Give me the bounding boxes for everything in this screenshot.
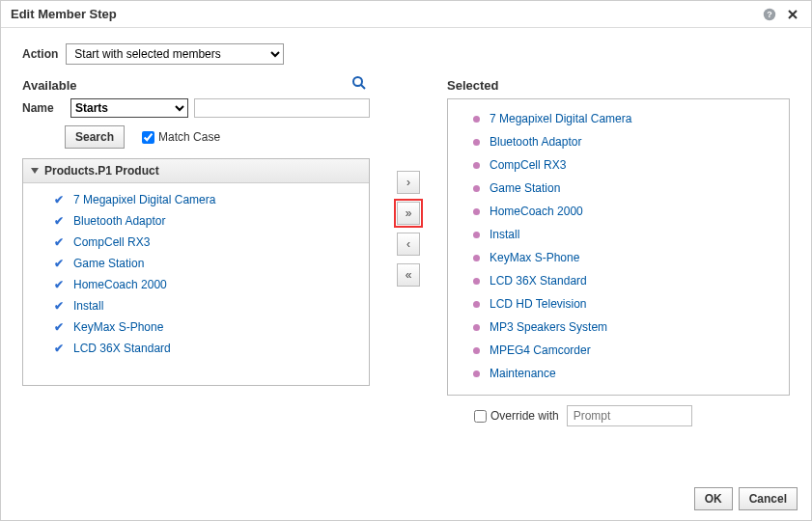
selected-item-label: Maintenance [490, 367, 556, 380]
edit-member-step-dialog: Edit Member Step ? Action Start with sel… [0, 0, 812, 521]
bullet-icon [473, 347, 480, 354]
selected-title: Selected [447, 78, 790, 93]
tree-item-label: CompCell RX3 [73, 235, 150, 249]
selected-item-label: Bluetooth Adaptor [490, 135, 581, 149]
selected-item[interactable]: LCD HD Television [458, 292, 779, 315]
action-row: Action Start with selected members [22, 43, 790, 65]
tree-body[interactable]: ✔7 Megapixel Digital Camera✔Bluetooth Ad… [23, 183, 369, 382]
tree-item[interactable]: ✔KeyMax S-Phone [27, 316, 365, 338]
available-title: Available [22, 78, 370, 93]
name-row: Name Starts [22, 98, 370, 118]
selected-item[interactable]: Maintenance [458, 362, 779, 385]
tree-item-label: Game Station [73, 257, 144, 270]
tree-item[interactable]: ✔LCD 36X Standard [27, 338, 365, 359]
tree-item-label: Install [73, 299, 103, 313]
check-icon: ✔ [54, 320, 66, 334]
match-case-input[interactable] [142, 131, 154, 144]
dialog-title: Edit Member Step [11, 7, 755, 21]
help-icon[interactable]: ? [761, 6, 778, 23]
ok-button[interactable]: OK [694, 487, 733, 510]
cancel-button[interactable]: Cancel [739, 487, 798, 510]
selected-item[interactable]: Game Station [458, 177, 779, 200]
check-icon: ✔ [54, 214, 66, 228]
selected-item[interactable]: Install [458, 223, 779, 246]
transfer-column: › » ‹ « [389, 78, 428, 287]
selected-item[interactable]: Bluetooth Adaptor [458, 130, 779, 153]
tree-item-label: Bluetooth Adaptor [73, 214, 165, 228]
selected-item-label: CompCell RX3 [490, 158, 566, 172]
available-tree: Products.P1 Product ✔7 Megapixel Digital… [22, 158, 370, 386]
selected-item-label: Game Station [490, 181, 560, 195]
dialog-footer: OK Cancel [694, 487, 798, 510]
selected-list[interactable]: 7 Megapixel Digital CameraBluetooth Adap… [447, 98, 790, 396]
selected-item-label: KeyMax S-Phone [490, 251, 579, 264]
tree-item[interactable]: ✔Game Station [27, 253, 365, 274]
selected-item-label: MP3 Speakers System [490, 320, 607, 334]
selected-item[interactable]: KeyMax S-Phone [458, 246, 779, 269]
selected-item-label: HomeCoach 2000 [490, 205, 583, 218]
selected-item[interactable]: LCD 36X Standard [458, 269, 779, 292]
bullet-icon [473, 255, 480, 261]
match-case-checkbox[interactable]: Match Case [142, 130, 220, 144]
svg-text:?: ? [767, 10, 772, 19]
selected-item-label: LCD HD Television [490, 297, 586, 311]
move-all-right-button[interactable]: » [397, 202, 420, 225]
check-icon: ✔ [54, 299, 66, 313]
tree-item[interactable]: ✔Install [27, 295, 365, 316]
bullet-icon [473, 208, 480, 215]
bullet-icon [473, 116, 480, 123]
move-all-left-button[interactable]: « [397, 263, 420, 287]
selected-item[interactable]: 7 Megapixel Digital Camera [458, 107, 779, 130]
tree-header-label: Products.P1 Product [44, 164, 159, 178]
bullet-icon [473, 278, 480, 285]
tree-header[interactable]: Products.P1 Product [23, 159, 369, 183]
dialog-body: Action Start with selected members Avail… [1, 28, 811, 475]
tree-item-label: 7 Megapixel Digital Camera [73, 193, 215, 206]
tree-item[interactable]: ✔Bluetooth Adaptor [27, 210, 365, 232]
check-icon: ✔ [54, 193, 66, 206]
selected-item-label: MPEG4 Camcorder [490, 343, 591, 357]
bullet-icon [473, 139, 480, 146]
selected-item-label: LCD 36X Standard [490, 274, 587, 288]
name-match-select[interactable]: Starts [70, 98, 188, 118]
available-column: Available Name Starts Search Match Case [22, 78, 370, 386]
tree-item-label: LCD 36X Standard [73, 342, 171, 355]
override-label: Override with [490, 409, 559, 423]
selected-item[interactable]: CompCell RX3 [458, 153, 779, 177]
bullet-icon [473, 301, 480, 308]
action-select[interactable]: Start with selected members [66, 43, 284, 65]
tree-item-label: KeyMax S-Phone [73, 320, 163, 334]
close-icon[interactable] [784, 6, 801, 23]
selected-column: Selected 7 Megapixel Digital CameraBluet… [447, 78, 790, 426]
move-right-button[interactable]: › [397, 171, 420, 194]
override-checkbox[interactable]: Override with [474, 409, 559, 423]
selected-item[interactable]: MP3 Speakers System [458, 315, 779, 339]
bullet-icon [473, 162, 480, 169]
move-left-button[interactable]: ‹ [397, 233, 420, 256]
bullet-icon [473, 324, 480, 331]
tree-item-label: HomeCoach 2000 [73, 278, 167, 291]
bullet-icon [473, 185, 480, 192]
collapse-icon [31, 168, 39, 174]
selected-item-label: 7 Megapixel Digital Camera [490, 112, 631, 125]
selected-item[interactable]: MPEG4 Camcorder [458, 339, 779, 362]
name-label: Name [22, 101, 57, 115]
selected-item[interactable]: HomeCoach 2000 [458, 200, 779, 223]
selected-item-label: Install [490, 228, 519, 241]
tree-item[interactable]: ✔7 Megapixel Digital Camera [27, 189, 365, 210]
search-button[interactable]: Search [65, 125, 125, 149]
dialog-header: Edit Member Step ? [1, 1, 811, 28]
svg-point-2 [353, 77, 362, 86]
check-icon: ✔ [54, 235, 66, 249]
check-icon: ✔ [54, 342, 66, 355]
action-label: Action [22, 47, 58, 61]
search-row: Search Match Case [22, 125, 370, 149]
check-icon: ✔ [54, 278, 66, 291]
name-input[interactable] [194, 98, 370, 118]
override-value-input[interactable] [567, 405, 692, 426]
tree-item[interactable]: ✔CompCell RX3 [27, 232, 365, 253]
search-icon[interactable] [349, 72, 370, 94]
tree-item[interactable]: ✔HomeCoach 2000 [27, 274, 365, 295]
override-input[interactable] [474, 410, 487, 423]
check-icon: ✔ [54, 257, 66, 270]
